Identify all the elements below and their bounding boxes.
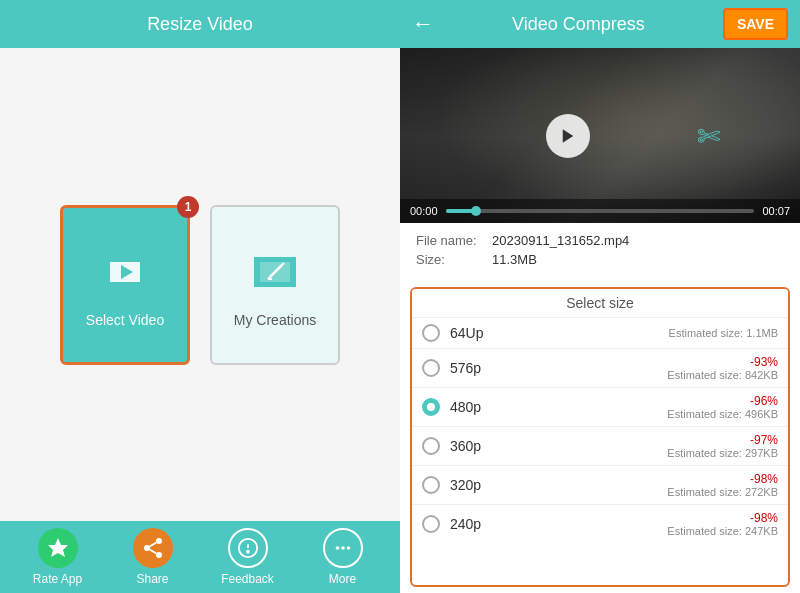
radio-360p xyxy=(422,437,440,455)
size-right-240p: -98%Estimated size: 247KB xyxy=(667,511,778,537)
right-header-title: Video Compress xyxy=(444,14,713,35)
size-right-360p: -97%Estimated size: 297KB xyxy=(667,433,778,459)
svg-rect-9 xyxy=(254,257,296,262)
radio-64up xyxy=(422,324,440,342)
radio-480p xyxy=(422,398,440,416)
size-label-64up: 64Up xyxy=(450,325,669,341)
radio-240p xyxy=(422,515,440,533)
svg-rect-10 xyxy=(254,282,296,287)
share-btn[interactable]: Share xyxy=(123,528,183,586)
size-option-240p[interactable]: 240p-98%Estimated size: 247KB xyxy=(412,505,788,543)
size-label-360p: 360p xyxy=(450,438,667,454)
left-header: Resize Video xyxy=(0,0,400,48)
size-right-64up: Estimated size: 1.1MB xyxy=(669,327,778,339)
size-est-64up: Estimated size: 1.1MB xyxy=(669,327,778,339)
video-overlay xyxy=(400,48,800,223)
more-icon xyxy=(323,528,363,568)
select-video-card[interactable]: 1 Select Video xyxy=(60,205,190,365)
time-end: 00:07 xyxy=(762,205,790,217)
right-panel: ← Video Compress SAVE ✄ 00:00 00:07 File… xyxy=(400,0,800,593)
file-name-row: File name: 20230911_131652.mp4 xyxy=(416,233,784,248)
file-size-value: 11.3MB xyxy=(492,252,537,267)
share-label: Share xyxy=(136,572,168,586)
rate-app-btn[interactable]: Rate App xyxy=(28,528,88,586)
back-button[interactable]: ← xyxy=(412,11,434,37)
svg-line-13 xyxy=(282,263,284,265)
play-button[interactable] xyxy=(546,114,590,158)
select-size-header: Select size xyxy=(412,289,788,318)
file-size-label: Size: xyxy=(416,252,486,267)
more-btn[interactable]: More xyxy=(313,528,373,586)
share-icon xyxy=(133,528,173,568)
more-label: More xyxy=(329,572,356,586)
svg-line-20 xyxy=(149,543,156,547)
select-video-label: Select Video xyxy=(86,312,164,328)
svg-point-18 xyxy=(156,552,162,558)
file-name-label: File name: xyxy=(416,233,486,248)
video-preview: ✄ 00:00 00:07 xyxy=(400,48,800,223)
size-right-480p: -96%Estimated size: 496KB xyxy=(667,394,778,420)
svg-rect-3 xyxy=(104,257,146,262)
size-percent-480p: -96% xyxy=(667,394,778,408)
svg-marker-26 xyxy=(563,129,574,143)
select-video-badge: 1 xyxy=(177,196,199,218)
feedback-btn[interactable]: Feedback xyxy=(218,528,278,586)
file-size-row: Size: 11.3MB xyxy=(416,252,784,267)
svg-point-24 xyxy=(341,546,345,550)
video-thumbnail xyxy=(400,48,800,223)
radio-576p xyxy=(422,359,440,377)
size-right-576p: -93%Estimated size: 842KB xyxy=(667,355,778,381)
video-controls: 00:00 00:07 xyxy=(400,199,800,223)
progress-bar[interactable] xyxy=(446,209,755,213)
size-option-480p[interactable]: 480p-96%Estimated size: 496KB xyxy=(412,388,788,427)
size-percent-240p: -98% xyxy=(667,511,778,525)
size-label-240p: 240p xyxy=(450,516,667,532)
size-right-320p: -98%Estimated size: 272KB xyxy=(667,472,778,498)
select-size-container: Select size 64UpEstimated size: 1.1MB576… xyxy=(410,287,790,587)
rate-app-label: Rate App xyxy=(33,572,82,586)
svg-point-17 xyxy=(144,545,150,551)
svg-marker-15 xyxy=(48,538,68,557)
save-button[interactable]: SAVE xyxy=(723,8,788,40)
svg-point-25 xyxy=(346,546,350,550)
left-panel: Resize Video 1 Select Video xyxy=(0,0,400,593)
right-header: ← Video Compress SAVE xyxy=(400,0,800,48)
radio-320p xyxy=(422,476,440,494)
size-option-576p[interactable]: 576p-93%Estimated size: 842KB xyxy=(412,349,788,388)
svg-rect-4 xyxy=(104,282,146,287)
svg-point-22 xyxy=(247,551,249,553)
size-est-240p: Estimated size: 247KB xyxy=(667,525,778,537)
file-name-value: 20230911_131652.mp4 xyxy=(492,233,629,248)
size-label-576p: 576p xyxy=(450,360,667,376)
left-header-title: Resize Video xyxy=(147,14,253,35)
time-start: 00:00 xyxy=(410,205,438,217)
size-est-320p: Estimated size: 272KB xyxy=(667,486,778,498)
size-option-360p[interactable]: 360p-97%Estimated size: 297KB xyxy=(412,427,788,466)
size-est-576p: Estimated size: 842KB xyxy=(667,369,778,381)
my-creations-label: My Creations xyxy=(234,312,316,328)
svg-point-16 xyxy=(156,538,162,544)
select-video-icon xyxy=(95,242,155,302)
size-percent-360p: -97% xyxy=(667,433,778,447)
size-options-list: 64UpEstimated size: 1.1MB576p-93%Estimat… xyxy=(412,318,788,543)
size-est-360p: Estimated size: 297KB xyxy=(667,447,778,459)
svg-point-23 xyxy=(335,546,339,550)
feedback-icon xyxy=(228,528,268,568)
size-est-480p: Estimated size: 496KB xyxy=(667,408,778,420)
size-percent-576p: -93% xyxy=(667,355,778,369)
size-percent-320p: -98% xyxy=(667,472,778,486)
size-label-320p: 320p xyxy=(450,477,667,493)
left-content: 1 Select Video xyxy=(0,48,400,521)
rate-app-icon xyxy=(38,528,78,568)
svg-line-19 xyxy=(149,550,156,554)
file-info: File name: 20230911_131652.mp4 Size: 11.… xyxy=(400,223,800,281)
size-option-320p[interactable]: 320p-98%Estimated size: 272KB xyxy=(412,466,788,505)
progress-dot xyxy=(471,206,481,216)
scissors-icon[interactable]: ✄ xyxy=(697,119,720,152)
size-option-64up[interactable]: 64UpEstimated size: 1.1MB xyxy=(412,318,788,349)
my-creations-card[interactable]: My Creations xyxy=(210,205,340,365)
size-label-480p: 480p xyxy=(450,399,667,415)
bottom-nav: Rate App Share xyxy=(0,521,400,593)
my-creations-icon xyxy=(245,242,305,302)
feedback-label: Feedback xyxy=(221,572,274,586)
